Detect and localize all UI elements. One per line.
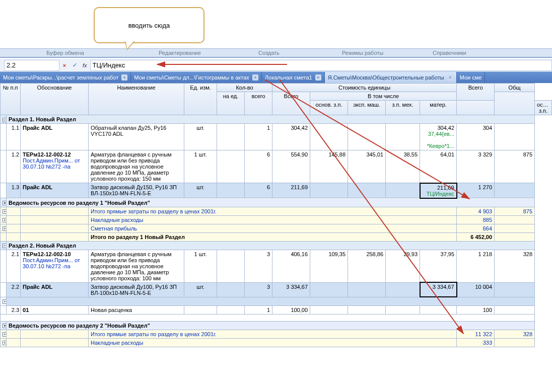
expand-icon[interactable]: + xyxy=(3,324,7,328)
col-num[interactable]: № п.п xyxy=(1,84,21,115)
tab-1[interactable]: Мои сметы\Сметы дл...\Гистограммы в акта… xyxy=(131,72,262,83)
close-icon[interactable]: × xyxy=(315,74,321,81)
col-obos[interactable]: Обоснование xyxy=(21,84,89,115)
collapse-icon[interactable]: − xyxy=(3,118,7,122)
col-vtom[interactable]: В том числе xyxy=(310,92,457,101)
close-icon[interactable]: × xyxy=(252,74,258,81)
col-naed[interactable]: на ед. xyxy=(217,92,245,115)
ribbon-g4: Режимы работы xyxy=(342,50,383,56)
close-icon[interactable]: × xyxy=(447,74,453,81)
collapse-icon[interactable]: − xyxy=(3,244,7,248)
row-1-1[interactable]: 1.1 Прайс ADL Обратный клапан Ду25, Ру16… xyxy=(1,124,552,150)
tab-3[interactable]: Я.Сметы\Москва\Общестроительные работы× xyxy=(325,72,457,83)
ribbon-g1: Буфер обмена xyxy=(46,50,84,56)
ribbon-g3: Создать xyxy=(258,50,280,56)
fx-icon[interactable]: fx xyxy=(80,62,90,68)
subtotal-nr[interactable]: +Накладные расходы885 xyxy=(1,215,552,224)
cancel-icon[interactable]: × xyxy=(59,60,70,71)
grid-table: № п.п Обоснование Наименование Ед. изм. … xyxy=(0,83,552,347)
col-obsh2[interactable] xyxy=(495,92,535,115)
row-1-2[interactable]: 1.2 ТЕРм12-12-002-12Пост.Админ.Прим... о… xyxy=(1,150,552,183)
cell-reference-input[interactable]: 2.2 xyxy=(4,60,59,71)
subtotal-sp[interactable]: +Сметная прибыль664 xyxy=(1,224,552,232)
subtotal-it1[interactable]: +Итого прямые затраты по разделу в ценах… xyxy=(1,207,552,215)
row-1-3[interactable]: 1.3 Прайс ADL Затвор дисковый Ду150, Ру1… xyxy=(1,183,552,198)
col-mater[interactable]: матер. xyxy=(420,101,457,115)
col-stoimed[interactable]: Стоимость единицы xyxy=(272,84,457,92)
estimate-grid[interactable]: № п.п Обоснование Наименование Ед. изм. … xyxy=(0,83,552,392)
vedom-1[interactable]: +Ведомость ресурсов по разделу 1 "Новый … xyxy=(1,198,552,207)
col-osn[interactable]: основ. з.п. xyxy=(310,101,348,115)
callout-bubble: вводить сюда xyxy=(94,7,204,43)
col-kolvo[interactable]: Кол-во xyxy=(217,84,272,92)
expand-icon[interactable]: + xyxy=(3,299,7,304)
col-osn2[interactable]: основ. з.п. xyxy=(535,101,552,115)
row-blank xyxy=(1,314,552,321)
callout-text: вводить сюда xyxy=(128,22,170,29)
section-1-header[interactable]: − Раздел 1. Новый Раздел xyxy=(1,115,552,124)
col-naim[interactable]: Наименование xyxy=(89,84,184,115)
accept-icon[interactable]: ✓ xyxy=(70,60,80,71)
row-2-2[interactable]: 2.2 Прайс ADL Затвор дисковый Ду100, Ру1… xyxy=(1,282,552,297)
row-2-1[interactable]: 2.1 ТЕРм12-12-002-10Пост.Админ.Прим... о… xyxy=(1,250,552,282)
section-2-header[interactable]: − Раздел 2. Новый Раздел xyxy=(1,241,552,250)
col-vsego2[interactable]: Всего xyxy=(272,92,310,115)
col-vsego3[interactable]: Всего xyxy=(457,84,495,101)
col-vsego[interactable]: всего xyxy=(245,92,272,115)
formula-bar: 2.2 × ✓ fx xyxy=(0,59,552,72)
document-tabs: Мои сметы\Раскры...\расчет земляных рабо… xyxy=(0,72,552,83)
col-ed[interactable]: Ед. изм. xyxy=(184,84,217,115)
tab-0[interactable]: Мои сметы\Раскры...\расчет земляных рабо… xyxy=(0,72,131,83)
col-zpmeh[interactable]: з.п. мех. xyxy=(386,101,420,115)
row-2-3[interactable]: 2.3 01 Новая расценка 1 100,00 100 xyxy=(1,305,552,314)
ribbon-g5: Справочники xyxy=(433,50,466,56)
ribbon-g2: Редактирование xyxy=(159,50,201,56)
header-row-1: № п.п Обоснование Наименование Ед. изм. … xyxy=(1,84,552,92)
close-icon[interactable]: × xyxy=(121,74,127,81)
expand-icon[interactable]: + xyxy=(3,209,7,214)
subtotal-it2[interactable]: +Итого прямые затраты по разделу в ценах… xyxy=(1,330,552,338)
col-obsh[interactable]: Общ xyxy=(495,84,535,92)
subtotal-itr1[interactable]: Итого по разделу 1 Новый Раздел6 452,00 xyxy=(1,232,552,241)
tab-4[interactable]: Мои сме xyxy=(457,72,486,83)
expand-icon[interactable]: + xyxy=(3,226,7,231)
subtotal-nr2[interactable]: +Накладные расходы333 xyxy=(1,338,552,347)
col-vsego3[interactable] xyxy=(457,101,495,115)
expand-icon[interactable]: + xyxy=(3,332,7,337)
col-eksp[interactable]: эксп. маш. xyxy=(348,101,386,115)
expand-icon[interactable]: + xyxy=(3,218,7,222)
ribbon-groups: Буфер обмена Редактирование Создать Режи… xyxy=(0,48,552,58)
row-2-2-sub[interactable]: + xyxy=(1,297,552,305)
expand-icon[interactable]: + xyxy=(3,201,7,205)
formula-input[interactable] xyxy=(90,60,552,71)
vedom-2[interactable]: +Ведомость ресурсов по разделу 2 "Новый … xyxy=(1,321,552,330)
expand-icon[interactable]: + xyxy=(3,341,7,345)
callout-tail2 xyxy=(124,41,134,49)
tab-2[interactable]: Локальная смета1× xyxy=(262,72,325,83)
